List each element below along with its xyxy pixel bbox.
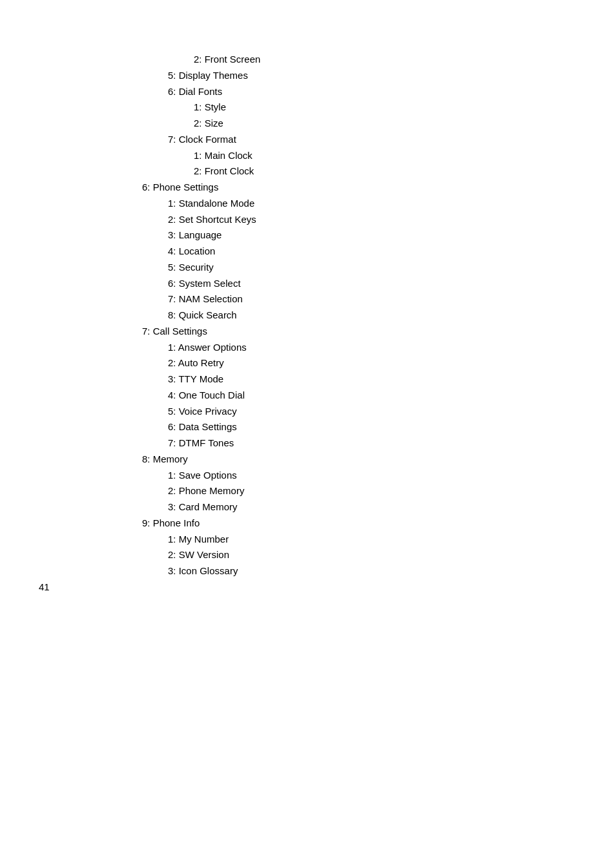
list-item: 8: Memory: [116, 452, 577, 468]
list-item: 4: One Touch Dial: [116, 388, 577, 404]
list-item: 1: Standalone Mode: [116, 196, 577, 212]
page-container: 2: Front Screen5: Display Themes6: Dial …: [0, 0, 616, 631]
list-item: 3: Language: [116, 227, 577, 244]
list-item: 7: NAM Selection: [116, 291, 577, 307]
page-number: 41: [39, 581, 50, 592]
list-item: 5: Voice Privacy: [116, 404, 577, 420]
list-item: 6: Dial Fonts: [116, 84, 577, 100]
content-area: 2: Front Screen5: Display Themes6: Dial …: [116, 52, 577, 579]
list-item: 9: Phone Info: [116, 515, 577, 532]
list-item: 6: System Select: [116, 276, 577, 292]
list-item: 8: Quick Search: [116, 307, 577, 324]
list-item: 1: Main Clock: [116, 148, 577, 164]
list-item: 1: Answer Options: [116, 340, 577, 356]
list-item: 5: Security: [116, 260, 577, 276]
list-item: 1: Save Options: [116, 468, 577, 484]
list-item: 4: Location: [116, 244, 577, 260]
list-item: 2: Set Shortcut Keys: [116, 212, 577, 228]
list-item: 3: TTY Mode: [116, 371, 577, 388]
list-item: 2: Size: [116, 116, 577, 132]
list-item: 5: Display Themes: [116, 68, 577, 84]
list-item: 7: Call Settings: [116, 324, 577, 340]
list-item: 2: Phone Memory: [116, 483, 577, 499]
list-item: 6: Data Settings: [116, 419, 577, 435]
list-item: 6: Phone Settings: [116, 180, 577, 196]
list-item: 2: Front Screen: [116, 52, 577, 68]
list-item: 7: Clock Format: [116, 132, 577, 148]
list-item: 7: DTMF Tones: [116, 435, 577, 452]
list-item: 3: Icon Glossary: [116, 563, 577, 579]
list-item: 1: Style: [116, 99, 577, 116]
list-item: 1: My Number: [116, 532, 577, 548]
list-item: 2: Auto Retry: [116, 355, 577, 371]
list-item: 3: Card Memory: [116, 499, 577, 515]
list-item: 2: SW Version: [116, 547, 577, 563]
list-item: 2: Front Clock: [116, 163, 577, 180]
